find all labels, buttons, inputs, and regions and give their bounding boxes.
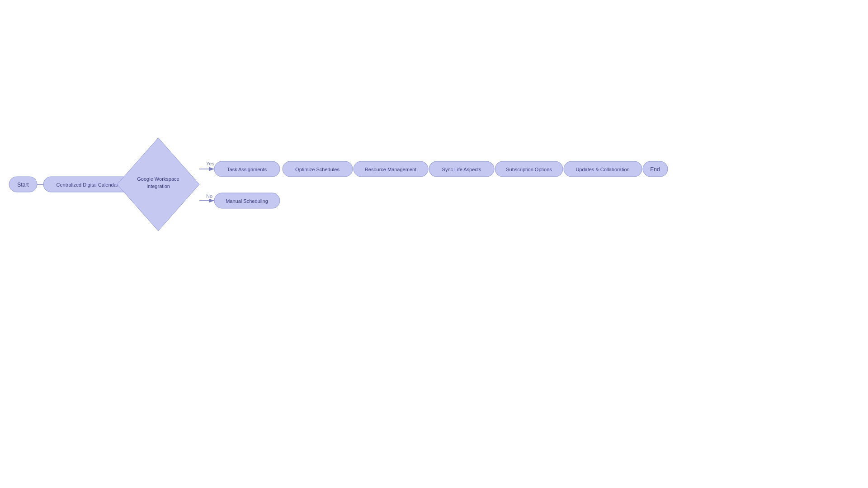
yes-label: Yes (206, 161, 214, 166)
task-label: Task Assignments (227, 167, 267, 172)
google-label-line2: Integration (146, 183, 170, 189)
no-label: No (206, 193, 212, 199)
start-label: Start (17, 182, 29, 188)
sync-label: Sync Life Aspects (442, 167, 481, 172)
flowchart-diagram: Yes No Start Centralized Digital Calenda… (0, 0, 868, 488)
end-label: End (650, 166, 660, 173)
resource-label: Resource Management (365, 167, 416, 172)
updates-label: Updates & Collaboration (576, 167, 629, 172)
subscription-label: Subscription Options (506, 167, 552, 172)
google-label-line1: Google Workspace (137, 176, 179, 182)
optimize-label: Optimize Schedules (295, 167, 340, 172)
centralized-label: Centralized Digital Calendar (57, 182, 118, 188)
manual-label: Manual Scheduling (226, 198, 268, 204)
